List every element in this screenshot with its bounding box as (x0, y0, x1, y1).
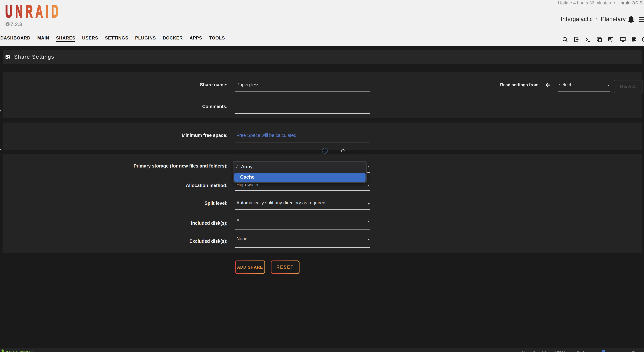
svg-text:UNRAID: UNRAID (5, 3, 61, 18)
